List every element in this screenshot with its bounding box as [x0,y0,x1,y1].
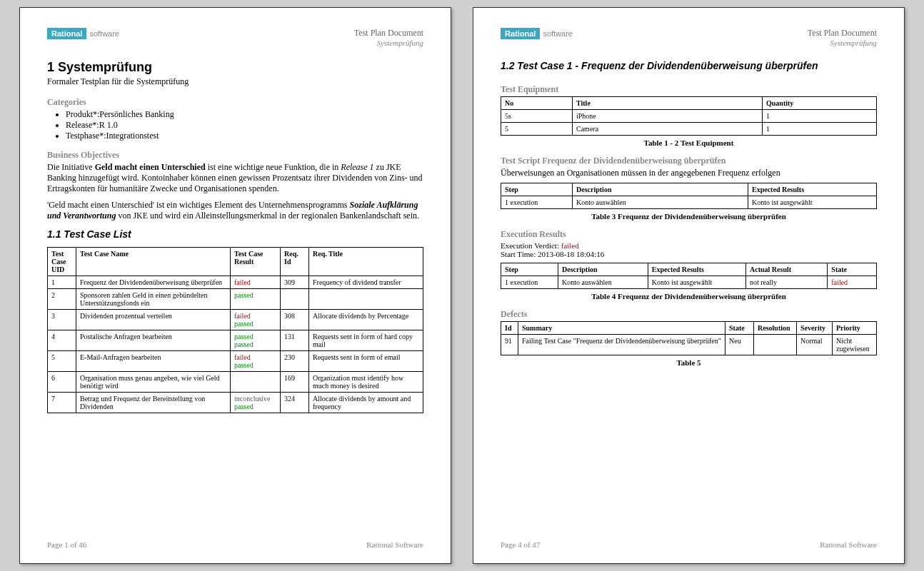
heading-1: 1 Systemprüfung [47,60,423,75]
table-header: State [725,322,754,335]
table-cell: 1 execution [501,196,573,209]
test-script-label: Test Script Frequenz der Dividendenüberw… [501,156,877,166]
table-header: Test Case UID [48,248,76,276]
equipment-caption: Table 1 - 2 Test Equipment [501,138,877,147]
table-cell: passedpassed [231,330,281,351]
table-cell: 308 [281,310,309,330]
table-row: 1 executionKonto auswählenKonto ist ausg… [501,276,877,289]
table-cell: 4 [48,330,76,351]
table-cell: 309 [281,276,309,289]
table-cell [231,372,281,393]
table-cell: Allocate dividends by amount and frequen… [309,393,423,413]
script-table: StepDescriptionExpected Results 1 execut… [501,183,877,209]
defects-caption: Table 5 [501,358,877,367]
table-cell: Requests sent in form of email [309,351,423,372]
logo-rational: Rational [501,28,540,39]
defects-label: Defects [501,309,877,320]
category-item: Testphase*:Integrationstest [66,131,423,141]
heading-1-1: 1.1 Test Case List [47,228,423,240]
table-cell: Frequency of dividend transfer [309,276,423,289]
table-header: Resolution [754,322,797,335]
table-cell: Allocate dividends by Percentage [309,310,423,330]
table-header: Req. Id [281,248,309,276]
table-cell: Frequenz der Dividendenüberweisung überp… [76,276,231,289]
footer-brand: Rational Software [820,540,877,549]
table-cell: failed [231,276,281,289]
table-header: Description [573,183,748,196]
table-header: Summary [518,322,725,335]
table-cell: not really [746,276,828,289]
table-cell: 131 [281,330,309,351]
equipment-table: NoTitleQuantity 5siPhone15Camera1 [501,96,877,136]
logo-software: software [87,29,119,38]
table-header: Actual Result [746,263,828,276]
document-page-2: Rational software Test Plan Document Sys… [473,7,905,564]
table-row: 5E-Mail-Anfragen bearbeitenfailedpassed2… [48,351,423,372]
table-cell: Organization must identify how much mone… [309,372,423,393]
categories-list: Produkt*:Persönliches BankingRelease*:R … [66,109,423,141]
execution-caption: Table 4 Frequenz der Dividendenüberweisu… [501,292,877,300]
table-cell: failedpassed [231,351,281,372]
table-cell: Failing Test Case "Frequenz der Dividend… [518,335,725,355]
execution-table: StepDescriptionExpected ResultsActual Re… [501,263,877,289]
bo-paragraph-2: 'Geld macht einen Unterschied' ist ein w… [47,200,423,221]
table-row: 6Organisation muss genau angeben, wie vi… [48,372,423,393]
defects-table: IdSummaryStateResolutionSeverityPriority… [501,321,877,355]
table-cell: 1 [48,276,76,289]
table-row: 3Dividenden prozentual verteilenfailedpa… [48,310,423,330]
document-page-1: Rational software Test Plan Document Sys… [19,7,451,564]
table-header: Id [501,322,518,335]
table-header: Test Case Name [76,248,231,276]
table-cell [754,335,797,355]
table-cell: 3 [48,310,76,330]
table-cell: Konto auswählen [573,196,748,209]
subtitle-text: Formaler Testplan für die Systemprüfung [47,76,423,87]
page-header: Rational software Test Plan Document Sys… [501,28,877,47]
table-cell: 5s [501,110,573,123]
logo: Rational software [47,28,119,39]
categories-label: Categories [47,97,423,108]
table-cell: 1 [763,110,877,123]
footer-brand: Rational Software [366,540,423,549]
logo-rational: Rational [47,28,86,39]
test-equipment-label: Test Equipment [501,84,877,95]
table-cell: Konto auswählen [558,276,648,289]
table-cell: inconclusivepassed [231,393,281,413]
table-cell: Betrag und Frequenz der Bereitstellung v… [76,393,231,413]
category-item: Produkt*:Persönliches Banking [66,109,423,120]
table-header: Step [501,183,573,196]
table-header: Expected Results [648,263,745,276]
table-cell: failed [828,276,877,289]
table-cell: Organisation muss genau angeben, wie vie… [76,372,231,393]
table-cell: 1 execution [501,276,558,289]
table-header: No [501,97,573,110]
heading-1-2: 1.2 Test Case 1 - Frequenz der Dividende… [501,60,877,71]
table-cell: iPhone [573,110,763,123]
script-caption: Table 3 Frequenz der Dividendenüberweisu… [501,212,877,221]
table-header: State [828,263,877,276]
table-cell: Requests sent in form of hard copy mail [309,330,423,351]
table-row: 91Failing Test Case "Frequenz der Divide… [501,335,877,355]
table-header: Description [558,263,648,276]
test-case-table: Test Case UIDTest Case NameTest Case Res… [47,247,423,413]
header-right: Test Plan Document Systemprüfung [354,28,423,47]
page-footer: Page 1 of 46 Rational Software [47,537,423,549]
header-subtitle: Systemprüfung [354,39,423,47]
table-row: 4Postalische Anfragen bearbeitenpassedpa… [48,330,423,351]
logo: Rational software [501,28,573,39]
table-cell: 2 [48,289,76,310]
table-header: Step [501,263,558,276]
table-cell: passed [231,289,281,310]
table-cell: Dividenden prozentual verteilen [76,310,231,330]
table-cell: 5 [48,351,76,372]
table-row: 1 executionKonto auswählenKonto ist ausg… [501,196,877,209]
table-cell [309,289,423,310]
table-cell: Normal [797,335,833,355]
table-cell: Sponsoren zahlen Geld in einen gebündelt… [76,289,231,310]
table-cell: Konto ist ausgewählt [648,276,745,289]
table-cell: failedpassed [231,310,281,330]
table-header: Priority [833,322,877,335]
table-cell: 324 [281,393,309,413]
page-footer: Page 4 of 47 Rational Software [501,537,877,549]
table-cell: Konto ist ausgewählt [748,196,877,209]
